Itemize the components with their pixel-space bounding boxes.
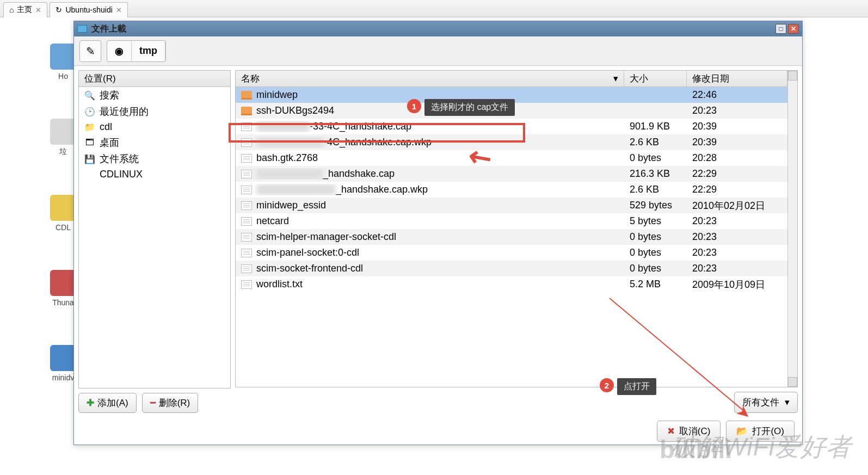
file-row[interactable]: bash.gtk.27680 bytes20:28 (236, 150, 787, 166)
minus-icon: ━ (150, 397, 156, 409)
file-name: netcard (256, 215, 289, 227)
home-icon: ⌂ (9, 5, 14, 14)
path-bar[interactable]: ◉ tmp (107, 40, 166, 62)
file-name: scim-socket-frontend-cdl (256, 263, 363, 274)
file-date: 20:23 (687, 247, 787, 258)
place-icon: 🕑 (84, 106, 95, 117)
column-header-name[interactable]: 名称▾ (236, 71, 624, 87)
chevron-down-icon: ▾ (785, 397, 790, 408)
file-row[interactable]: scim-helper-manager-socket-cdl0 bytes20:… (236, 229, 787, 245)
add-button[interactable]: ✚添加(A) (78, 393, 137, 413)
places-item[interactable]: 💾文件系统 (79, 151, 230, 167)
maximize-button[interactable]: □ (775, 24, 786, 34)
desktop-icon[interactable]: 垃 (50, 119, 76, 157)
places-item[interactable]: 🔍搜索 (79, 87, 230, 103)
sort-indicator-icon: ▾ (613, 73, 618, 84)
file-icon (241, 264, 252, 273)
file-size: 901.9 KB (624, 121, 687, 132)
scrollbar[interactable] (787, 71, 797, 387)
file-icon (241, 217, 252, 226)
desktop-icon[interactable]: CDL (50, 195, 76, 232)
folder-icon (77, 25, 87, 33)
places-item[interactable]: CDLINUX (79, 167, 230, 182)
place-label: 文件系统 (100, 152, 139, 165)
file-row[interactable]: scim-panel-socket:0-cdl0 bytes20:23 (236, 245, 787, 261)
column-header-size[interactable]: 大小 (624, 71, 687, 87)
place-icon: 📁 (84, 122, 95, 133)
file-name: ssh-DUKBgs2494 (256, 105, 334, 116)
file-date: 22:46 (687, 89, 787, 101)
file-name: scim-helper-manager-socket-cdl (256, 231, 396, 243)
toolbar: ✎ ◉ tmp (74, 36, 802, 66)
places-panel: 位置(R) 🔍搜索🕑最近使用的📁cdl🗔桌面💾文件系统CDLINUX (78, 70, 231, 388)
close-button[interactable]: ✕ (788, 24, 799, 34)
file-list-box: 名称▾ 大小 修改日期 minidwep22:46ssh-DUKBgs24942… (235, 70, 798, 387)
tab-label: 主页 (17, 5, 32, 15)
file-row[interactable]: wordlist.txt5.2 MB2009年10月09日 (236, 276, 787, 292)
plus-icon: ✚ (87, 397, 94, 409)
path-segment[interactable]: tmp (132, 41, 165, 61)
file-icon (241, 186, 252, 194)
file-icon (241, 201, 252, 210)
titlebar[interactable]: 文件上載 □ ✕ (74, 21, 802, 36)
tab-ubuntu[interactable]: ↻ Ubuntu-shuidi ✕ (50, 2, 127, 17)
file-list-header[interactable]: 名称▾ 大小 修改日期 (236, 71, 787, 87)
file-date: 20:23 (687, 263, 787, 274)
file-size: 5.2 MB (624, 279, 687, 290)
file-size: 216.3 KB (624, 168, 687, 180)
file-row[interactable]: xx-xx-xx-xx-xx_handshake.cap216.3 KB22:2… (236, 166, 787, 182)
file-name: minidwep (256, 89, 298, 101)
file-row[interactable]: minidwep_essid529 bytes2010年02月02日 (236, 198, 787, 213)
edit-button[interactable]: ✎ (79, 40, 101, 62)
annotation-callout-1: 选择刚才的 cap文件 (424, 99, 515, 116)
place-label: 最近使用的 (100, 105, 149, 118)
desktop-icons: Ho 垃 CDL Thuna minidv (50, 44, 76, 382)
file-icon (241, 249, 252, 257)
file-icon (241, 170, 252, 178)
watermark-text: 破解WiFi爱好者 (672, 430, 852, 464)
folder-icon (241, 107, 252, 115)
desktop-icon[interactable]: Ho (50, 44, 76, 81)
tab-home[interactable]: ⌂ 主页 ✕ (3, 2, 47, 17)
desktop-icon[interactable]: minidv (50, 345, 76, 382)
file-size: 2.6 KB (624, 184, 687, 195)
desktop-icon[interactable]: Thuna (50, 270, 76, 307)
file-size: 0 bytes (624, 231, 687, 243)
file-icon (241, 280, 252, 289)
place-icon: 🗔 (84, 137, 95, 148)
file-size: 529 bytes (624, 200, 687, 211)
file-date: 20:23 (687, 215, 787, 227)
file-size: 2.6 KB (624, 137, 687, 148)
places-item[interactable]: 🕑最近使用的 (79, 103, 230, 120)
places-item[interactable]: 📁cdl (79, 120, 230, 134)
place-label: 搜索 (100, 89, 119, 102)
file-name: xx-xx-xx-xx-xx-xx_handshake.cap.wkp (256, 184, 428, 195)
file-icon (241, 233, 252, 242)
place-label: CDLINUX (100, 169, 143, 180)
file-row[interactable]: scim-socket-frontend-cdl0 bytes20:23 (236, 261, 787, 276)
file-name: xx-xx-xx-xx-xx_handshake.cap (256, 168, 395, 180)
tab-label: Ubuntu-shuidi (65, 5, 112, 14)
places-header[interactable]: 位置(R) (79, 71, 230, 87)
close-icon[interactable]: ✕ (116, 6, 122, 14)
refresh-icon: ↻ (56, 5, 62, 14)
place-icon (84, 169, 95, 180)
place-label: cdl (100, 121, 112, 133)
file-size: 0 bytes (624, 152, 687, 164)
file-date: 20:39 (687, 137, 787, 148)
file-date: 2010年02月02日 (687, 199, 787, 212)
file-row[interactable]: netcard5 bytes20:23 (236, 213, 787, 229)
dialog-title: 文件上載 (91, 23, 126, 35)
file-icon (241, 154, 252, 163)
close-icon[interactable]: ✕ (35, 6, 41, 14)
remove-button[interactable]: ━删除(R) (142, 393, 199, 413)
annotation-badge-1: 1 (407, 99, 421, 113)
file-name: scim-panel-socket:0-cdl (256, 247, 359, 258)
column-header-date[interactable]: 修改日期 (687, 71, 787, 87)
file-name: minidwep_essid (256, 200, 326, 211)
file-row[interactable]: xx-xx-xx-xx-xx-xx_handshake.cap.wkp2.6 K… (236, 182, 787, 198)
places-item[interactable]: 🗔桌面 (79, 134, 230, 151)
path-root-icon[interactable]: ◉ (107, 41, 132, 61)
file-date: 22:29 (687, 184, 787, 195)
place-label: 桌面 (100, 136, 119, 149)
